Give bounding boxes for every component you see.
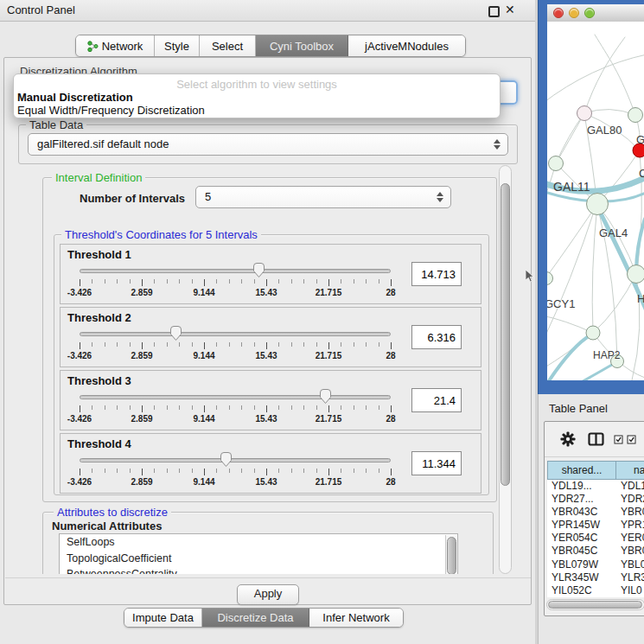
tick-mark bbox=[241, 342, 242, 347]
tab-label: Style bbox=[164, 40, 189, 53]
table-data-combobox[interactable]: galFiltered.sif default node bbox=[28, 133, 508, 156]
settings-scrollbar[interactable] bbox=[499, 165, 512, 574]
tick-mark bbox=[92, 279, 92, 284]
table-row[interactable]: YBR043CYBR0 bbox=[547, 506, 644, 519]
tick-mark bbox=[341, 405, 341, 410]
control-panel: Control Panel ✕ NetworkStyleSelectCyni T… bbox=[0, 0, 536, 644]
network-canvas[interactable]: GAL80GACGAL11GAL4HGCY1HAP2 bbox=[547, 22, 644, 380]
tab-jactivemnodules[interactable]: jActiveMNodules bbox=[348, 35, 465, 56]
checkbox-checked-icon[interactable] bbox=[627, 435, 636, 444]
split-columns-icon[interactable] bbox=[588, 432, 604, 446]
table-row[interactable]: YIL052CYIL0 bbox=[547, 584, 644, 597]
tick-mark bbox=[303, 279, 304, 284]
table-horizontal-scrollbar[interactable] bbox=[546, 599, 644, 610]
apply-button[interactable]: Apply bbox=[237, 584, 299, 605]
tick-mark bbox=[154, 469, 155, 473]
threshold-value-input[interactable] bbox=[411, 388, 462, 412]
tick-mark bbox=[316, 279, 317, 284]
number-of-intervals-combobox[interactable]: 5 bbox=[195, 186, 451, 208]
table-row[interactable]: YDR27...YDR2 bbox=[547, 493, 644, 506]
tick-mark bbox=[216, 279, 217, 284]
tick-mark bbox=[167, 279, 168, 284]
close-traffic-light[interactable] bbox=[553, 8, 564, 18]
network-node-green[interactable] bbox=[586, 326, 600, 340]
threshold-slider[interactable]: -3.4262.8599.14415.4321.71528 bbox=[80, 456, 391, 491]
attributes-list-scrollbar[interactable] bbox=[445, 535, 456, 574]
cell-name: YER0 bbox=[615, 532, 644, 545]
tab-discretize-data[interactable]: Discretize Data bbox=[202, 609, 309, 627]
network-node-green[interactable] bbox=[628, 265, 644, 284]
slider-thumb[interactable] bbox=[252, 262, 265, 278]
threshold-slider[interactable]: -3.4262.8599.14415.4321.71528 bbox=[80, 267, 391, 302]
tick-mark bbox=[303, 405, 304, 410]
algorithm-option-equal-width[interactable]: Equal Width/Frequency Discretization bbox=[17, 104, 493, 117]
tick-label: 15.43 bbox=[255, 288, 277, 297]
attribute-item-selfloops[interactable]: SelfLoops bbox=[60, 534, 457, 551]
top-tab-bar: NetworkStyleSelectCyni ToolboxjActiveMNo… bbox=[75, 35, 466, 57]
attributes-scrollbar-thumb[interactable] bbox=[447, 537, 456, 574]
attribute-item-betweennesscentrality[interactable]: BetweennessCentrality bbox=[60, 566, 457, 574]
tab-style[interactable]: Style bbox=[155, 35, 200, 56]
tick-mark bbox=[216, 469, 217, 473]
threshold-value-input[interactable] bbox=[411, 451, 462, 475]
tab-infer-network[interactable]: Infer Network bbox=[309, 609, 403, 627]
table-row[interactable]: YDL19...YDL1 bbox=[547, 480, 644, 493]
slider-ticks bbox=[80, 342, 391, 350]
table-row[interactable]: YPR145WYPR1 bbox=[547, 519, 644, 532]
network-node-green[interactable] bbox=[549, 156, 564, 171]
settings-scrollbar-thumb[interactable] bbox=[501, 183, 510, 486]
minimize-traffic-light[interactable] bbox=[569, 8, 579, 18]
tab-network[interactable]: Network bbox=[76, 35, 155, 56]
tick-mark bbox=[341, 469, 341, 473]
slider-thumb[interactable] bbox=[169, 325, 182, 341]
network-node-green[interactable] bbox=[587, 194, 609, 215]
close-icon[interactable]: ✕ bbox=[505, 3, 515, 16]
tab-select[interactable]: Select bbox=[200, 35, 256, 56]
cell-name: YPR1 bbox=[615, 519, 644, 532]
slider-track[interactable] bbox=[80, 395, 391, 399]
network-node-green[interactable] bbox=[628, 108, 643, 123]
threshold-value-input[interactable] bbox=[411, 262, 462, 286]
table-row[interactable]: YER054CYER0 bbox=[547, 532, 644, 545]
column-header-name[interactable]: na bbox=[616, 461, 644, 480]
tick-label: 28 bbox=[386, 414, 395, 424]
threshold-value-input[interactable] bbox=[411, 325, 462, 349]
table-hscrollbar-thumb[interactable] bbox=[548, 601, 642, 609]
slider-thumb[interactable] bbox=[319, 388, 332, 405]
tick-label: 2.859 bbox=[131, 477, 152, 487]
table-header-row: shared... na bbox=[547, 461, 644, 480]
slider-track[interactable] bbox=[80, 458, 391, 462]
tick-mark bbox=[254, 469, 255, 473]
checkbox-checked-icon[interactable] bbox=[614, 435, 623, 444]
threshold-slider[interactable]: -3.4262.8599.14415.4321.71528 bbox=[80, 330, 391, 365]
threshold-slider[interactable]: -3.4262.8599.14415.4321.71528 bbox=[80, 393, 391, 428]
tab-impute-data[interactable]: Impute Data bbox=[124, 609, 202, 627]
table-row[interactable]: YBL079WYBL0 bbox=[547, 558, 644, 571]
network-node-pink[interactable] bbox=[577, 106, 592, 121]
network-edge bbox=[547, 204, 597, 278]
network-node-green[interactable] bbox=[547, 272, 553, 285]
zoom-traffic-light[interactable] bbox=[584, 8, 595, 18]
tick-label: 15.43 bbox=[255, 351, 277, 360]
float-window-icon[interactable] bbox=[488, 6, 500, 17]
network-edge bbox=[592, 204, 597, 333]
tick-mark bbox=[105, 279, 105, 284]
column-header-shared-name[interactable]: shared... bbox=[547, 461, 616, 480]
network-edge-highlighted bbox=[547, 335, 591, 380]
algorithm-option-manual[interactable]: Manual Discretization bbox=[17, 91, 493, 104]
gear-icon[interactable] bbox=[560, 431, 576, 447]
tick-label: 28 bbox=[386, 288, 395, 297]
network-window-titlebar[interactable] bbox=[547, 4, 644, 22]
tick-mark bbox=[254, 342, 255, 347]
slider-track[interactable] bbox=[80, 332, 391, 336]
tick-mark bbox=[328, 279, 329, 286]
attribute-item-topologicalcoefficient[interactable]: TopologicalCoefficient bbox=[60, 551, 457, 567]
tab-cyni-toolbox[interactable]: Cyni Toolbox bbox=[256, 35, 348, 56]
table-row[interactable]: YBR045CYBR0 bbox=[547, 545, 644, 558]
network-edge bbox=[547, 207, 596, 343]
slider-thumb[interactable] bbox=[220, 451, 233, 468]
slider-track[interactable] bbox=[80, 269, 391, 273]
tick-mark bbox=[316, 469, 317, 473]
table-row[interactable]: YLR345WYLR3 bbox=[547, 571, 644, 584]
tick-mark bbox=[80, 405, 80, 412]
